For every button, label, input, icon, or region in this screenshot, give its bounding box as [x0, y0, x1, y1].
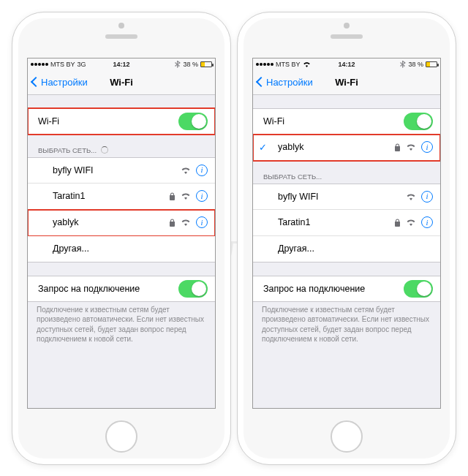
nav-title: Wi-Fi: [335, 77, 358, 88]
wifi-signal-icon: [406, 143, 416, 151]
status-network: 3G: [78, 61, 86, 68]
wifi-toggle[interactable]: [404, 113, 433, 130]
lock-icon: [169, 219, 176, 227]
phone-camera: [344, 23, 350, 29]
back-label: Настройки: [41, 77, 88, 88]
phone-right: MTS BY 14:12 38 % Настройки Wi-Fi: [237, 12, 456, 465]
network-row-connected-yablyk[interactable]: ✓ yablyk i: [253, 135, 440, 161]
checkmark-icon: ✓: [259, 142, 267, 153]
status-bar: MTS BY 3G 14:12 38 %: [28, 58, 215, 70]
status-time: 14:12: [113, 61, 129, 68]
network-row-other[interactable]: Другая...: [28, 236, 215, 262]
back-button[interactable]: Настройки: [257, 77, 313, 88]
ask-footnote: Подключение к известным сетям будет прои…: [28, 302, 215, 344]
network-row-taratin1[interactable]: Taratin1 i: [28, 184, 215, 210]
ask-toggle[interactable]: [178, 280, 208, 298]
status-battery-pct: 38 %: [183, 61, 198, 68]
signal-dots-icon: [256, 63, 273, 66]
ask-label: Запрос на подключение: [38, 284, 178, 294]
lock-icon: [394, 219, 401, 227]
network-name: yablyk: [38, 217, 169, 227]
lock-icon: [169, 192, 176, 200]
spinner-icon: [101, 146, 108, 154]
network-info-button[interactable]: i: [421, 191, 433, 203]
row-ask-to-join[interactable]: Запрос на подключение: [28, 276, 215, 302]
screen-left: MTS BY 3G 14:12 38 % Настройки Wi-Fi: [27, 58, 216, 409]
network-name: byfly WIFI: [263, 192, 406, 202]
row-wifi-label: Wi-Fi: [263, 116, 404, 126]
status-bar: MTS BY 14:12 38 %: [253, 58, 440, 70]
network-row-taratin1[interactable]: Taratin1 i: [253, 210, 440, 236]
phone-speaker: [105, 34, 137, 39]
network-name: yablyk: [263, 142, 394, 152]
section-choose-network: ВЫБРАТЬ СЕТЬ...: [28, 135, 215, 157]
nav-bar: Настройки Wi-Fi: [28, 70, 215, 95]
wifi-signal-icon: [181, 167, 191, 174]
settings-content: Wi-Fi ✓ yablyk i ВЫБРАТЬ СЕТЬ...: [253, 95, 440, 408]
network-name: byfly WIFI: [38, 165, 181, 175]
status-carrier: MTS BY: [50, 61, 75, 68]
status-time: 14:12: [338, 61, 355, 68]
wifi-signal-icon: [181, 192, 191, 200]
network-row-yablyk[interactable]: yablyk i: [28, 210, 215, 236]
chevron-left-icon: [256, 77, 266, 87]
status-battery-pct: 38 %: [408, 61, 423, 68]
bluetooth-icon: [175, 61, 181, 68]
network-other-label: Другая...: [263, 243, 433, 254]
ask-toggle[interactable]: [404, 280, 433, 298]
network-info-button[interactable]: i: [196, 190, 208, 202]
network-info-button[interactable]: i: [196, 216, 208, 228]
row-wifi-toggle[interactable]: Wi-Fi: [28, 108, 215, 135]
wifi-toggle[interactable]: [178, 113, 208, 130]
row-ask-to-join[interactable]: Запрос на подключение: [253, 276, 440, 302]
network-row-byfly[interactable]: byfly WIFI i: [253, 184, 440, 210]
signal-dots-icon: [31, 63, 48, 66]
network-other-label: Другая...: [38, 243, 208, 254]
wifi-status-icon: [303, 61, 311, 67]
home-button[interactable]: [105, 420, 137, 453]
home-button[interactable]: [331, 420, 363, 453]
battery-icon: [200, 61, 212, 67]
network-info-button[interactable]: i: [196, 165, 208, 176]
back-label: Настройки: [266, 77, 313, 88]
wifi-signal-icon: [406, 219, 416, 226]
phone-camera: [118, 23, 124, 29]
ask-footnote: Подключение к известным сетям будет прои…: [253, 302, 440, 344]
phone-left: MTS BY 3G 14:12 38 % Настройки Wi-Fi: [12, 12, 231, 465]
row-wifi-toggle[interactable]: Wi-Fi: [253, 108, 440, 135]
screen-right: MTS BY 14:12 38 % Настройки Wi-Fi: [252, 58, 441, 409]
wifi-signal-icon: [406, 193, 416, 200]
network-name: Taratin1: [263, 217, 394, 227]
network-info-button[interactable]: i: [421, 141, 433, 153]
settings-content: Wi-Fi ВЫБРАТЬ СЕТЬ... byfly WIFI i Tarat…: [28, 95, 215, 408]
section-choose-network: ВЫБРАТЬ СЕТЬ...: [253, 161, 440, 184]
lock-icon: [394, 143, 401, 151]
network-row-other[interactable]: Другая...: [253, 236, 440, 262]
battery-icon: [426, 61, 437, 67]
wifi-signal-icon: [181, 219, 191, 226]
network-name: Taratin1: [38, 191, 169, 201]
ask-label: Запрос на подключение: [263, 284, 404, 294]
network-info-button[interactable]: i: [421, 216, 433, 228]
nav-title: Wi-Fi: [110, 77, 133, 88]
chevron-left-icon: [31, 77, 41, 87]
back-button[interactable]: Настройки: [32, 77, 88, 88]
row-wifi-label: Wi-Fi: [38, 116, 178, 126]
bluetooth-icon: [400, 61, 406, 68]
phone-speaker: [331, 34, 363, 39]
nav-bar: Настройки Wi-Fi: [253, 70, 440, 95]
network-row-byfly[interactable]: byfly WIFI i: [28, 157, 215, 184]
status-carrier: MTS BY: [276, 61, 301, 68]
